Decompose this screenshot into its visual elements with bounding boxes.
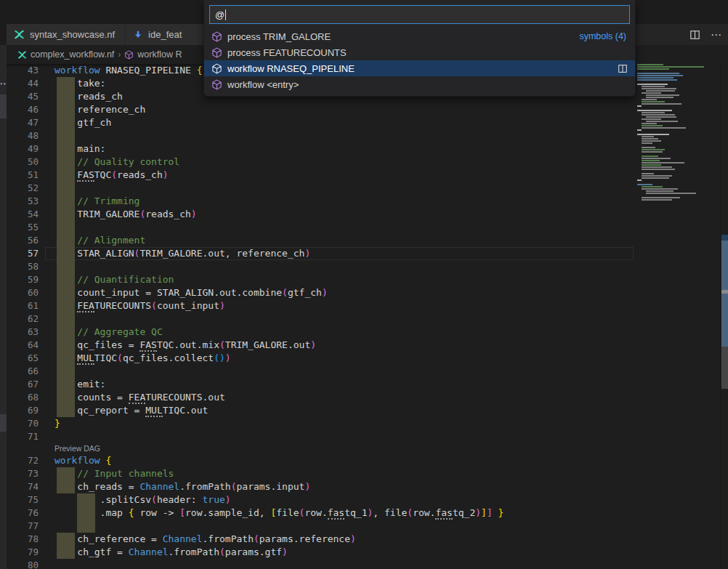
code-line[interactable]: 78 ch_reference = Channel.fromPath(param… (7, 533, 634, 546)
code-text: ch_reference = Channel.fromPath(params.r… (54, 533, 356, 546)
code-line[interactable]: 59 // Quantification (7, 273, 634, 286)
sidebar-handle[interactable] (0, 94, 7, 118)
quick-open-item-label: process TRIM_GALORE (227, 31, 331, 42)
code-text: } (54, 417, 60, 430)
code-line[interactable]: 60 count_input = STAR_ALIGN.out.combine(… (7, 286, 634, 299)
code-line[interactable]: 66 (7, 365, 634, 378)
line-number: 75 (7, 493, 39, 507)
split-editor-icon[interactable] (689, 30, 700, 40)
line-number: 51 (7, 169, 39, 182)
code-line[interactable]: 52 (7, 182, 634, 195)
line-number: 64 (7, 339, 39, 352)
line-number: 62 (7, 312, 39, 326)
line-number: 46 (7, 103, 39, 116)
tab-label: ide_feat (148, 29, 182, 40)
code-line[interactable]: 53 // Trimming (7, 195, 634, 208)
breadcrumb-file[interactable]: complex_workflow.nf (31, 49, 114, 60)
overview-decoration (721, 235, 728, 241)
code-line[interactable]: 64 qc_files = FASTQC.out.mix(TRIM_GALORE… (7, 339, 634, 352)
more-actions-icon[interactable]: ⋯ (711, 28, 722, 41)
codelens-preview-dag[interactable]: Preview DAG (54, 444, 100, 453)
line-number: 67 (7, 378, 39, 391)
code-line[interactable]: 50 // Quality control (7, 156, 634, 169)
line-number: 70 (7, 417, 39, 430)
code-line[interactable]: 70} (7, 417, 634, 430)
symbol-cube-icon (211, 31, 222, 42)
code-line[interactable]: 63 // Aggregate QC (7, 326, 634, 339)
code-line[interactable]: 65 MULTIQC(qc_files.collect()) (7, 352, 634, 365)
code-text: workflow RNASEQ_PIPELINE { (54, 64, 203, 77)
code-text: reference_ch (54, 103, 145, 116)
indent-guide-block (57, 260, 75, 273)
tab-syntax-showcase[interactable]: syntax_showcase.nf (7, 24, 125, 45)
code-line[interactable]: 69 qc_report = MULTIQC.out (7, 404, 634, 417)
tab-ide-features[interactable]: ide_feat (126, 24, 213, 45)
code-text: // Alignment (54, 234, 145, 247)
split-editor-icon[interactable] (618, 64, 628, 73)
code-text: ch_gtf = Channel.fromPath(params.gtf) (54, 546, 288, 559)
code-editor[interactable]: 43workflow RNASEQ_PIPELINE {44 take:45 r… (7, 64, 634, 569)
line-number: 72 (7, 454, 39, 467)
symbols-count-link[interactable]: symbols (4) (579, 31, 626, 41)
code-line[interactable]: 51 FASTQC(reads_ch) (7, 169, 634, 182)
code-line[interactable]: 54 TRIM_GALORE(reads_ch) (7, 208, 634, 221)
minimap[interactable] (634, 64, 721, 569)
quick-open-item[interactable]: process TRIM_GALORE symbols (4) (204, 28, 635, 44)
code-text: .splitCsv(header: true) (54, 493, 231, 507)
quick-open-widget: @ process TRIM_GALORE symbols (4) proces… (203, 0, 636, 97)
quick-open-item[interactable]: workflow RNASEQ_PIPELINE (204, 60, 635, 76)
code-line[interactable]: 62 (7, 312, 634, 326)
code-line[interactable]: 58 (7, 260, 634, 273)
line-number: 77 (7, 520, 39, 533)
code-text: // Aggregate QC (54, 326, 163, 339)
line-number: 78 (7, 533, 39, 546)
line-number: 59 (7, 273, 39, 286)
breadcrumb-symbol[interactable]: workflow R (137, 49, 182, 60)
code-line[interactable]: 68 counts = FEATURECOUNTS.out (7, 391, 634, 404)
quick-open-input[interactable]: @ (209, 5, 630, 24)
code-line[interactable]: 79 ch_gtf = Channel.fromPath(params.gtf) (7, 546, 634, 559)
code-text: STAR_ALIGN(TRIM_GALORE.out, reference_ch… (54, 247, 310, 260)
sidebar-handle[interactable] (0, 414, 7, 432)
line-number: 48 (7, 129, 39, 142)
code-line[interactable]: 47 gtf_ch (7, 116, 634, 129)
breadcrumb-separator: › (118, 49, 121, 60)
code-text: reads_ch (54, 90, 123, 103)
code-line[interactable]: 56 // Alignment (7, 234, 634, 247)
code-line[interactable]: 57 STAR_ALIGN(TRIM_GALORE.out, reference… (7, 247, 634, 260)
scrollbar-thumb[interactable] (721, 241, 728, 347)
line-number: 69 (7, 404, 39, 417)
code-line[interactable]: 77 (7, 520, 634, 533)
code-line[interactable]: 75 .splitCsv(header: true) (7, 493, 634, 507)
code-text: qc_files = FASTQC.out.mix(TRIM_GALORE.ou… (54, 339, 316, 352)
indent-guide-block (57, 182, 75, 195)
line-number: 71 (7, 430, 39, 443)
code-text: take: (54, 77, 105, 90)
scrollbar-thumb-lower[interactable] (721, 347, 728, 389)
line-number: 52 (7, 182, 39, 195)
collapsed-sidebar-strip[interactable]: ●●● (0, 45, 7, 569)
code-line[interactable]: 80 (7, 559, 634, 569)
code-line[interactable]: 71 (7, 430, 634, 443)
code-line[interactable]: 73 // Input channels (7, 467, 634, 480)
code-line[interactable]: 76 .map { row -> [row.sample_id, [file(r… (7, 507, 634, 520)
code-text: // Trimming (54, 195, 139, 208)
code-line[interactable]: 74 ch_reads = Channel.fromPath(params.in… (7, 480, 634, 493)
indent-guide-block (57, 129, 75, 142)
code-line[interactable]: 67 emit: (7, 378, 634, 391)
code-line[interactable]: 72workflow { (7, 454, 634, 467)
code-line[interactable]: 46 reference_ch (7, 103, 634, 116)
code-text: FEATURECOUNTS(count_input) (54, 299, 225, 312)
line-number: 63 (7, 326, 39, 339)
code-line[interactable]: 55 (7, 221, 634, 234)
text-cursor (225, 9, 226, 20)
code-line[interactable]: 48 (7, 129, 634, 142)
quick-open-item[interactable]: process FEATURECOUNTS (204, 44, 635, 60)
quick-open-item[interactable]: workflow <entry> (204, 76, 635, 92)
line-number: 57 (7, 247, 39, 260)
line-number: 55 (7, 221, 39, 234)
code-line[interactable]: 61 FEATURECOUNTS(count_input) (7, 299, 634, 312)
line-number: 68 (7, 391, 39, 404)
line-number: 50 (7, 156, 39, 169)
code-line[interactable]: 49 main: (7, 142, 634, 156)
